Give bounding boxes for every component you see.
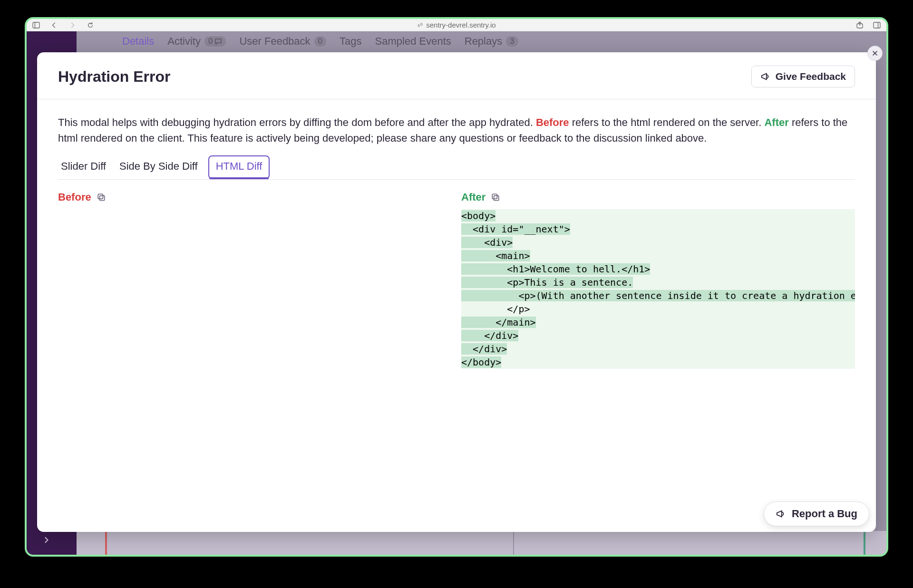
after-keyword: After [764,116,788,128]
svg-rect-9 [98,194,103,199]
bg-tab-tags[interactable]: Tags [340,35,361,48]
bg-count-badge: 3 [506,36,518,47]
close-icon [872,50,878,57]
chevron-right-icon[interactable] [39,533,53,547]
bg-tab-label: Replays [465,35,502,48]
after-pane: After <body> <div id="__next"> <div> <ma… [461,191,855,369]
svg-rect-8 [99,196,104,201]
modal-title: Hydration Error [58,68,170,86]
feedback-label: Give Feedback [776,71,846,82]
svg-rect-4 [874,22,880,28]
diff-panes: Before After <body> <div id="__next"> <d… [58,191,855,369]
close-button[interactable] [867,46,883,61]
svg-rect-11 [493,194,497,199]
browser-toolbar: sentry-devrel.sentry.io [27,19,886,31]
after-code[interactable]: <body> <div id="__next"> <div> <main> <h… [461,209,855,369]
bg-tab-activity[interactable]: Activity 0 [167,35,226,48]
bg-tab-replays[interactable]: Replays 3 [465,35,518,48]
report-bug-button[interactable]: Report a Bug [764,501,869,526]
bg-tab-user-feedback[interactable]: User Feedback 0 [239,35,326,48]
megaphone-icon [760,71,771,82]
tab-slider-diff[interactable]: Slider Diff [58,155,109,179]
give-feedback-button[interactable]: Give Feedback [751,66,855,87]
before-pane: Before [58,191,452,369]
bg-count-badge: 0 [204,36,226,47]
browser-window: sentry-devrel.sentry.io Details Activity… [25,17,888,557]
bg-count-badge: 0 [314,36,326,47]
copy-icon[interactable] [97,193,106,202]
report-bug-label: Report a Bug [792,508,857,520]
hydration-error-modal: Hydration Error Give Feedback This modal… [37,52,876,532]
tab-side-by-side-diff[interactable]: Side By Side Diff [117,155,201,179]
bg-tab-details[interactable]: Details [122,35,154,48]
before-keyword: Before [536,116,569,128]
share-icon[interactable] [856,21,864,29]
modal-header: Hydration Error Give Feedback [37,52,876,99]
panel-icon[interactable] [873,21,881,29]
diff-tab-strip: Slider Diff Side By Side Diff HTML Diff [58,155,855,180]
bg-tab-strip: Details Activity 0 User Feedback 0 Tags … [77,31,886,51]
after-label: After [461,191,486,203]
before-label: Before [58,191,91,203]
link-icon [417,22,423,28]
copy-icon[interactable] [491,193,500,202]
url-bar[interactable]: sentry-devrel.sentry.io [27,21,886,29]
bg-tab-label: Activity [167,35,201,48]
bg-tab-sampled-events[interactable]: Sampled Events [375,35,451,48]
url-text: sentry-devrel.sentry.io [426,21,495,29]
modal-description: This modal helps with debugging hydratio… [58,115,855,146]
tab-html-diff[interactable]: HTML Diff [208,155,270,179]
megaphone-icon [776,509,786,519]
svg-rect-10 [494,196,499,201]
bg-timeline [77,531,886,555]
after-pane-header: After [461,191,855,203]
comment-icon [214,38,222,45]
before-pane-header: Before [58,191,452,203]
modal-body: This modal helps with debugging hydratio… [37,99,876,532]
bg-tab-label: User Feedback [239,35,310,48]
